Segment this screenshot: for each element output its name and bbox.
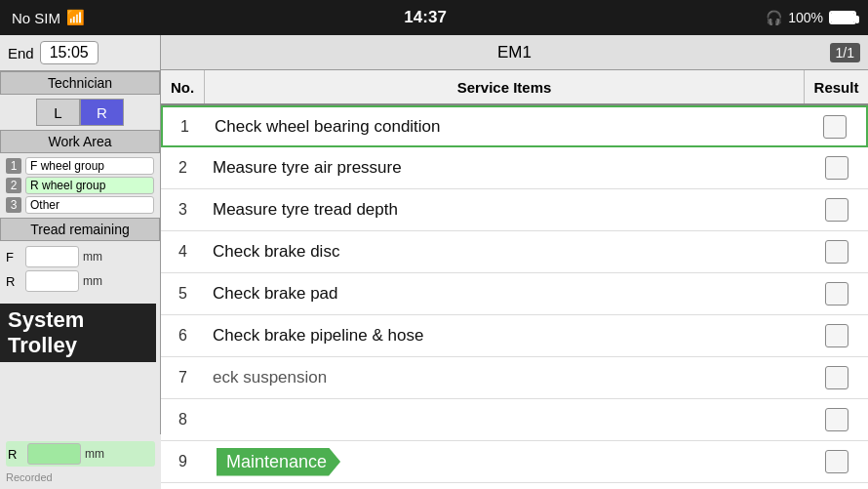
row-result-3[interactable] <box>805 198 868 222</box>
tread-r-bottom-row: R mm <box>6 441 155 467</box>
status-bar: No SIM 📶 14:37 🎧 100% <box>0 0 868 35</box>
end-time-value[interactable]: 15:05 <box>40 41 99 64</box>
row-result-9[interactable] <box>805 450 868 473</box>
table-row[interactable]: 7 eck suspension <box>161 357 868 399</box>
table-row[interactable]: 5 Check brake pad <box>161 273 868 315</box>
battery-icon <box>829 11 856 24</box>
tread-r-label: R <box>6 274 21 289</box>
row-service-6: Check brake pipeline & hose <box>205 326 805 346</box>
tread-f-row: F mm <box>6 246 154 267</box>
row-no-7: 7 <box>161 369 205 387</box>
result-checkbox-4[interactable] <box>825 240 848 264</box>
left-panel: End 15:05 Technician L R Work Area 1 F w… <box>0 35 161 489</box>
maintenance-badge: Maintenance <box>217 448 340 476</box>
battery-label: 100% <box>788 10 823 25</box>
table-row[interactable]: 1 Check wheel bearing condition <box>161 105 868 147</box>
row-no-2: 2 <box>161 159 205 177</box>
row-no-6: 6 <box>161 327 205 345</box>
left-bottom-area: R mm Recorded <box>0 434 161 489</box>
result-checkbox-5[interactable] <box>825 282 848 306</box>
wa-num-3: 3 <box>6 197 21 213</box>
row-service-2: Measure tyre air pressure <box>205 158 805 178</box>
tread-r-input[interactable] <box>25 270 79 292</box>
wa-num-2: 2 <box>6 178 21 193</box>
result-checkbox-8[interactable] <box>825 408 848 431</box>
col-no-header: No. <box>161 70 205 103</box>
table-row[interactable]: 9 Maintenance <box>161 441 868 483</box>
right-panel: EM1 1/1 No. Service Items Result 1 Check… <box>161 35 868 489</box>
result-checkbox-2[interactable] <box>825 156 848 180</box>
em1-header: EM1 1/1 <box>161 35 868 70</box>
row-result-8[interactable] <box>805 408 868 431</box>
result-checkbox-9[interactable] <box>825 450 848 473</box>
status-left: No SIM 📶 <box>12 9 85 26</box>
tech-right-button[interactable]: R <box>80 99 124 126</box>
row-service-1: Check wheel bearing condition <box>207 117 803 137</box>
wa-label-2: R wheel group <box>25 177 154 194</box>
table-row[interactable]: 3 Measure tyre tread depth <box>161 189 868 231</box>
recorded-label: Recorded <box>6 469 155 485</box>
tread-r-unit: mm <box>83 274 102 288</box>
row-service-7: eck suspension <box>205 368 805 387</box>
tread-f-label: F <box>6 250 21 265</box>
row-result-5[interactable] <box>805 282 868 306</box>
table-header: No. Service Items Result <box>161 70 868 105</box>
result-checkbox-6[interactable] <box>825 324 848 347</box>
tread-r-row: R mm <box>6 270 154 292</box>
row-result-1[interactable] <box>803 115 866 139</box>
work-area-list: 1 F wheel group 2 R wheel group 3 Other <box>0 153 160 218</box>
table-row[interactable]: 6 Check brake pipeline & hose <box>161 315 868 357</box>
service-table-body: 1 Check wheel bearing condition 2 Measur… <box>161 105 868 489</box>
table-row[interactable]: 2 Measure tyre air pressure <box>161 147 868 189</box>
row-no-3: 3 <box>161 201 205 219</box>
table-row[interactable]: 10 <box>161 483 868 489</box>
tread-r-bottom-unit: mm <box>85 447 104 461</box>
col-service-header: Service Items <box>205 70 805 103</box>
status-right: 🎧 100% <box>766 10 856 25</box>
col-result-header: Result <box>805 70 868 103</box>
row-service-3: Measure tyre tread depth <box>205 200 805 220</box>
wa-label-1: F wheel group <box>25 157 154 175</box>
wifi-icon: 📶 <box>66 9 85 26</box>
result-checkbox-3[interactable] <box>825 198 848 222</box>
technician-row: L R <box>0 95 160 130</box>
row-result-6[interactable] <box>805 324 868 347</box>
row-service-4: Check brake disc <box>205 242 805 262</box>
row-no-4: 4 <box>161 243 205 261</box>
work-area-item-2[interactable]: 2 R wheel group <box>6 177 154 194</box>
tread-header: Tread remaining <box>0 218 160 241</box>
row-service-9: Maintenance <box>205 448 805 476</box>
tech-left-button[interactable]: L <box>36 99 80 126</box>
work-area-item-3[interactable]: 3 Other <box>6 196 154 214</box>
result-checkbox-7[interactable] <box>825 366 848 389</box>
tread-section: F mm R mm <box>0 241 160 297</box>
row-no-1: 1 <box>163 118 207 136</box>
tread-r-bottom-label: R <box>8 447 23 462</box>
table-row[interactable]: 4 Check brake disc <box>161 231 868 273</box>
headphone-icon: 🎧 <box>766 10 782 25</box>
row-no-9: 9 <box>161 453 205 470</box>
result-checkbox-1[interactable] <box>823 115 847 139</box>
carrier-label: No SIM <box>12 10 60 26</box>
row-no-5: 5 <box>161 285 205 303</box>
row-result-4[interactable] <box>805 240 868 264</box>
tread-f-input[interactable] <box>25 246 79 267</box>
wa-num-1: 1 <box>6 158 21 174</box>
technician-header: Technician <box>0 71 160 95</box>
main-content: End 15:05 Technician L R Work Area 1 F w… <box>0 35 868 489</box>
row-result-2[interactable] <box>805 156 868 180</box>
table-row[interactable]: 8 <box>161 399 868 441</box>
end-label: End <box>8 45 34 61</box>
row-result-7[interactable] <box>805 366 868 389</box>
em1-page: 1/1 <box>830 43 860 62</box>
status-time: 14:37 <box>404 8 446 27</box>
work-area-header: Work Area <box>0 130 160 153</box>
work-area-item-1[interactable]: 1 F wheel group <box>6 157 154 175</box>
tread-r-bottom-input[interactable] <box>27 443 81 465</box>
em1-title: EM1 <box>161 43 868 62</box>
system-trolley-label: System Trolley <box>8 307 84 357</box>
row-service-5: Check brake pad <box>205 284 805 304</box>
row-no-8: 8 <box>161 411 205 428</box>
end-time-row: End 15:05 <box>0 35 160 71</box>
system-trolley-overlay: System Trolley <box>0 304 156 362</box>
